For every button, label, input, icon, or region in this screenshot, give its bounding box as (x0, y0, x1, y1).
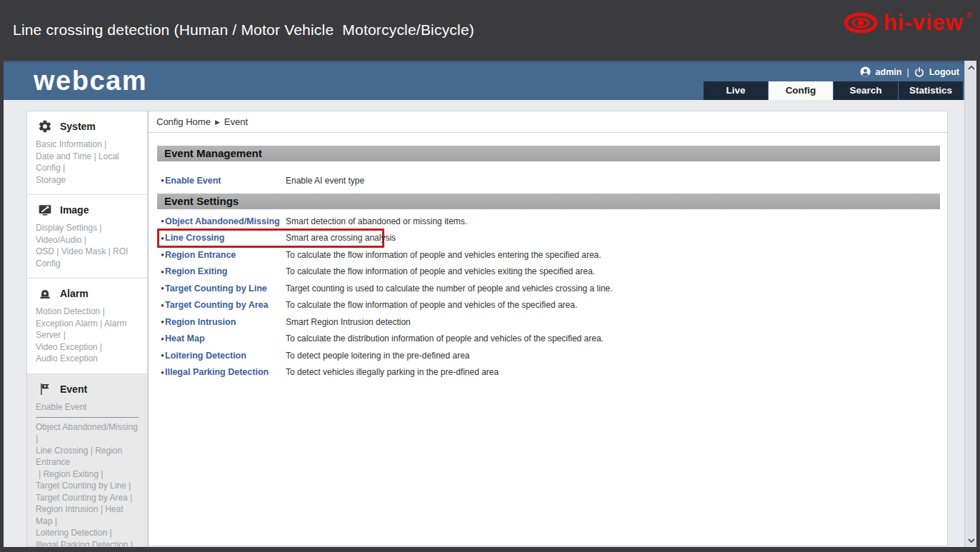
window-title-bar: Line crossing detection (Human / Motor V… (0, 0, 980, 61)
region-entrance-link[interactable]: Region Entrance (165, 250, 236, 260)
brand-trademark: ® (966, 11, 971, 19)
app-header: webcam admin | Logout Live Config (4, 61, 976, 100)
sidebar-event-links[interactable]: Target Counting by Area | (36, 492, 139, 504)
flag-icon (38, 382, 52, 396)
target-counting-by-area-link[interactable]: Target Counting by Area (165, 300, 268, 310)
row-object-abandoned-missing: ● Object Abandoned/Missing Smart detecti… (157, 213, 947, 230)
webcam-logo: webcam (34, 66, 147, 96)
region-intrusion-link[interactable]: Region Intrusion (165, 317, 236, 327)
sidebar-event-title: Event (60, 383, 87, 395)
target-counting-by-area-description: To calculate the flow information of peo… (286, 300, 577, 310)
section-header-event-management: Event Management (157, 146, 940, 161)
bullet-icon: ● (157, 251, 165, 258)
sidebar-event-links[interactable]: Line Crossing | Region Entrance (36, 445, 139, 468)
config-sidebar: System Basic Information | Date and Time… (26, 111, 148, 547)
user-name[interactable]: admin (876, 67, 902, 77)
config-content: Config Home▶Event Event Management ● Ena… (148, 111, 948, 546)
target-counting-by-line-description: Target counting is used to calculate the… (286, 283, 613, 293)
sidebar-section-event: Event Enable Event Object Abandoned/Miss… (27, 374, 147, 548)
sidebar-alarm-links[interactable]: Audio Exception (36, 353, 139, 365)
region-exiting-description: To calculate the flow information of peo… (286, 266, 595, 276)
logout-button[interactable]: Logout (929, 67, 959, 77)
sidebar-alarm-links[interactable]: Motion Detection | (36, 306, 139, 318)
sidebar-section-alarm: Alarm Motion Detection | Exception Alarm… (27, 278, 147, 374)
bullet-icon: ● (157, 269, 165, 275)
sidebar-event-links[interactable]: Object Abandoned/Missing | (36, 421, 139, 445)
tab-config[interactable]: Config (769, 81, 833, 100)
line-crossing-link[interactable]: Line Crossing (165, 233, 224, 243)
sidebar-system-title: System (60, 121, 96, 132)
row-heat-map: ● Heat Map To calculate the distribution… (157, 331, 947, 348)
header-divider: | (906, 67, 909, 77)
region-exiting-link[interactable]: Region Exiting (165, 266, 228, 276)
sidebar-image-header[interactable]: Image (36, 203, 139, 217)
gear-icon (38, 119, 52, 134)
row-illegal-parking-detection: ● Illegal Parking Detection To detect ve… (157, 364, 947, 381)
sidebar-event-links[interactable]: Region Intrusion | Heat Map | (36, 503, 139, 527)
heat-map-description: To calculate the distribution informatio… (286, 333, 604, 343)
sidebar-image-links[interactable]: Display Settings | Video/Audio | (36, 222, 139, 246)
target-counting-by-line-link[interactable]: Target Counting by Line (165, 283, 267, 293)
line-crossing-description: Smart area crossing analysis (286, 233, 396, 243)
enable-event-link[interactable]: Enable Event (165, 176, 221, 186)
row-region-entrance: ● Region Entrance To calculate the flow … (157, 246, 947, 264)
sidebar-system-header[interactable]: System (36, 119, 139, 134)
sidebar-system-links[interactable]: Basic Information | (36, 139, 139, 151)
heat-map-link[interactable]: Heat Map (165, 333, 205, 343)
display-icon (38, 203, 52, 217)
sidebar-image-links[interactable]: OSD | Video Mask | ROI Config (36, 246, 139, 269)
sidebar-alarm-links[interactable]: Video Exception | (36, 341, 139, 353)
row-loitering-detection: ● Loitering Detection To detect people l… (157, 347, 947, 364)
row-target-counting-by-line: ● Target Counting by Line Target countin… (157, 280, 947, 297)
sidebar-alarm-title: Alarm (60, 288, 89, 299)
scroll-up-icon[interactable] (965, 61, 977, 74)
user-area: admin | Logout (860, 66, 959, 77)
event-management-rows: ● Enable Event Enable AI event type (149, 172, 947, 189)
sidebar-event-links[interactable]: Target Counting by Line | (36, 480, 139, 492)
sidebar-event-header[interactable]: Event (36, 382, 139, 396)
sidebar-section-system: System Basic Information | Date and Time… (27, 111, 147, 195)
sidebar-system-links[interactable]: Date and Time | Local Config | (36, 151, 139, 174)
user-icon (860, 66, 871, 77)
row-region-exiting: ● Region Exiting To calculate the flow i… (157, 264, 947, 281)
page-title: Line crossing detection (Human / Motor V… (13, 21, 474, 39)
object-abandoned-missing-link[interactable]: Object Abandoned/Missing (165, 216, 280, 226)
bullet-icon: ● (157, 302, 165, 308)
loitering-detection-description: To detect people loitering in the pre-de… (286, 351, 470, 361)
tab-statistics[interactable]: Statistics (899, 81, 963, 100)
row-line-crossing: ● Line Crossing Smart area crossing anal… (157, 230, 947, 247)
region-entrance-description: To calculate the flow information of peo… (286, 250, 601, 260)
bullet-icon: ● (157, 352, 165, 358)
row-target-counting-by-area: ● Target Counting by Area To calculate t… (157, 297, 947, 314)
sidebar-event-enable-event-link[interactable]: Enable Event (36, 401, 139, 418)
vertical-scrollbar[interactable] (964, 61, 976, 547)
breadcrumb-event[interactable]: Event (224, 116, 248, 127)
breadcrumb-config-home[interactable]: Config Home (156, 116, 211, 127)
loitering-detection-link[interactable]: Loitering Detection (165, 351, 246, 361)
sidebar-system-links[interactable]: Storage (36, 174, 139, 186)
section-header-event-settings: Event Settings (157, 194, 940, 209)
illegal-parking-detection-link[interactable]: Illegal Parking Detection (165, 367, 269, 377)
sidebar-event-links[interactable]: Loitering Detection | (36, 527, 139, 539)
sidebar-alarm-header[interactable]: Alarm (36, 286, 139, 301)
event-settings-rows: ● Object Abandoned/Missing Smart detecti… (149, 213, 947, 381)
sidebar-event-links[interactable]: | Region Exiting | (36, 468, 139, 481)
tab-search[interactable]: Search (834, 81, 898, 100)
sidebar-section-image: Image Display Settings | Video/Audio | O… (27, 195, 147, 278)
bullet-icon: ● (157, 318, 165, 325)
illegal-parking-detection-description: To detect vehicles illegally parking in … (286, 367, 499, 377)
sidebar-event-links[interactable]: Illegal Parking Detection | (36, 539, 139, 548)
bullet-icon: ● (157, 285, 165, 291)
app-window: webcam admin | Logout Live Config (4, 61, 976, 547)
bullet-icon: ● (157, 369, 165, 376)
scroll-down-icon[interactable] (965, 534, 977, 546)
power-icon (914, 67, 924, 77)
brand-name: hi-view (884, 9, 964, 37)
tab-live[interactable]: Live (704, 81, 768, 100)
region-intrusion-description: Smart Region Intrusion detection (286, 317, 411, 327)
bullet-icon: ● (157, 177, 165, 184)
row-region-intrusion: ● Region Intrusion Smart Region Intrusio… (157, 313, 947, 331)
sidebar-image-title: Image (60, 204, 89, 216)
sidebar-alarm-links[interactable]: Exception Alarm | Alarm Server | (36, 318, 139, 341)
breadcrumb-arrow-icon: ▶ (215, 119, 220, 126)
